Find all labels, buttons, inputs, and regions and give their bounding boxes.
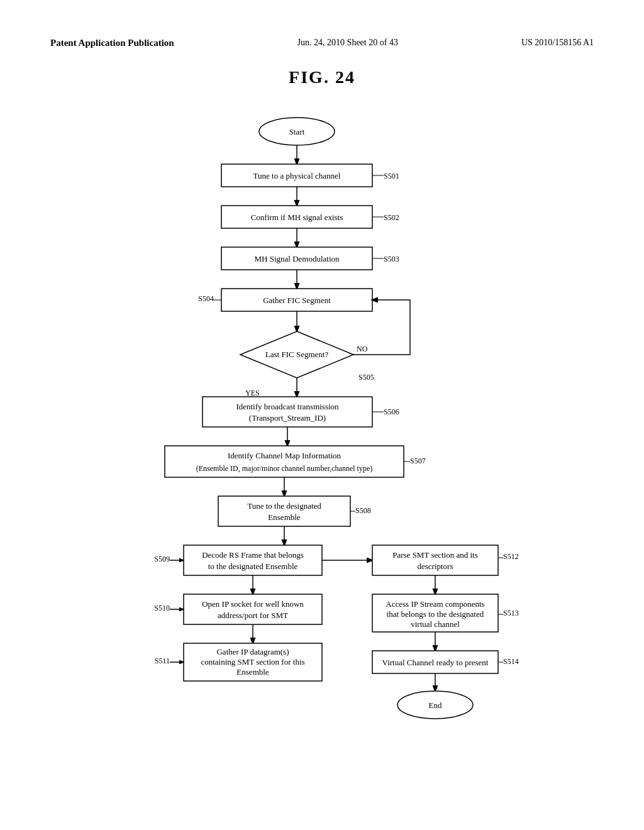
s510-text-2: address/port for SMT — [218, 611, 288, 620]
s511-label: S511 — [155, 656, 170, 665]
s508-label: S508 — [355, 506, 371, 515]
s512-text-1: Parse SMT section and its — [392, 550, 478, 560]
s509-label: S509 — [154, 555, 170, 563]
s510-text-1: Open IP socket for well known — [202, 599, 304, 609]
s509-text-2: to the designated Ensemble — [208, 562, 298, 571]
s502-label: S502 — [384, 213, 399, 222]
s513-text-3: virtual channel — [411, 619, 460, 629]
s511-text-2: containing SMT section for this — [201, 657, 304, 667]
s506-text-1: Identify broadcast transmission — [236, 402, 339, 411]
no-label: NO — [357, 345, 368, 353]
s507-text-1: Identify Channel Map Information — [228, 451, 341, 460]
s503-text: MH Signal Demodulation — [254, 254, 340, 263]
end-label: End — [429, 700, 442, 710]
s513-text-1: Access IP Stream components — [386, 599, 484, 609]
s504-text: Gather FIC Segment — [263, 296, 331, 305]
s504-label: S504 — [198, 294, 214, 303]
s508-text-1: Tune to the designated — [247, 501, 321, 511]
s507-label: S507 — [410, 456, 426, 465]
s513-text-2: that belongs to the designated — [387, 609, 484, 619]
fig-title: FIG. 24 — [50, 67, 594, 87]
s510-label: S510 — [154, 604, 170, 612]
s501-text: Tune to a physical channel — [253, 171, 341, 180]
s506-label: S506 — [384, 407, 399, 416]
s512-label: S512 — [503, 552, 519, 561]
s508-text-2: Ensemble — [268, 512, 300, 522]
start-label: Start — [289, 127, 305, 136]
s514-label: S514 — [503, 657, 519, 666]
s511-text-1: Gather IP datagram(s) — [216, 647, 289, 656]
s506-text-2: (Transport_Stream_ID) — [249, 413, 326, 423]
header-left: Patent Application Publication — [50, 38, 174, 48]
s503-label: S503 — [384, 255, 399, 263]
s505-label: S505 — [358, 373, 374, 382]
header-center: Jun. 24, 2010 Sheet 20 of 43 — [297, 38, 398, 48]
s502-text: Confirm if MH signal exists — [251, 213, 343, 222]
flowchart-svg: Start Tune to a physical channel S501 Co… — [102, 106, 542, 785]
s511-text-3: Ensemble — [236, 667, 269, 677]
s513-label: S513 — [503, 609, 519, 617]
s514-text: Virtual Channel ready to present — [382, 658, 489, 667]
s512-text-2: descriptors — [417, 562, 453, 571]
s501-label: S501 — [384, 172, 399, 180]
header: Patent Application Publication Jun. 24, … — [50, 38, 594, 48]
s507-text-2: (Ensemble ID, major/minor channel number… — [196, 464, 372, 473]
yes-label: YES — [245, 389, 260, 397]
page: Patent Application Publication Jun. 24, … — [0, 0, 644, 830]
s505-text: Last FIC Segment? — [265, 350, 329, 359]
header-right: US 2010/158156 A1 — [521, 38, 594, 48]
s509-text-1: Decode RS Frame that belongs — [202, 550, 304, 560]
